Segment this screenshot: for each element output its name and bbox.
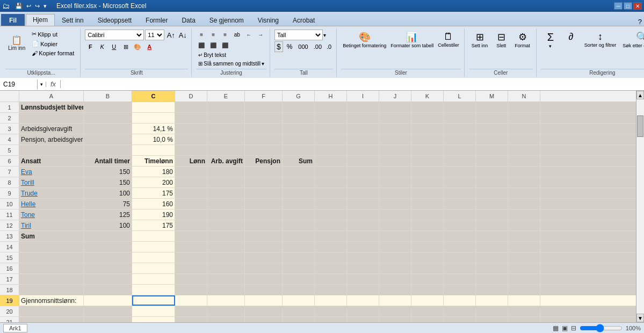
help-icon[interactable]: ?: [638, 18, 642, 26]
cell-ref-dropdown[interactable]: ▾: [38, 82, 46, 87]
cell-l9[interactable]: [444, 188, 476, 198]
cell-e6[interactable]: Arb. avgift: [207, 156, 245, 166]
cell-h5[interactable]: [315, 145, 347, 155]
cell-l12[interactable]: [444, 220, 476, 230]
view-page-break-btn[interactable]: ⊟: [571, 324, 576, 332]
cell-i5[interactable]: [347, 145, 379, 155]
cell-g8[interactable]: [283, 177, 315, 187]
sheet-tab[interactable]: Ark1: [3, 324, 27, 332]
cell-m4[interactable]: [476, 134, 508, 144]
cell-n4[interactable]: [508, 134, 540, 144]
cell-f15[interactable]: [245, 252, 283, 263]
cell-n12[interactable]: [508, 220, 540, 230]
cell-h14[interactable]: [315, 242, 347, 252]
cell-m2[interactable]: [476, 113, 508, 123]
cell-b2[interactable]: [84, 113, 132, 123]
tab-visning[interactable]: Visning: [251, 14, 286, 26]
col-header-l[interactable]: L: [444, 91, 476, 102]
underline-button[interactable]: U: [108, 41, 119, 52]
scroll-up-btn[interactable]: ▲: [636, 91, 644, 99]
cell-l20[interactable]: [444, 306, 476, 316]
cell-m6[interactable]: [476, 156, 508, 166]
cell-m19[interactable]: [476, 295, 508, 306]
cell-h8[interactable]: [315, 177, 347, 187]
cell-c3[interactable]: 14,1 %: [132, 124, 175, 134]
cell-b13[interactable]: [84, 231, 132, 241]
cell-f18[interactable]: [245, 285, 283, 295]
cell-c10[interactable]: 160: [132, 199, 175, 209]
cell-f16[interactable]: [245, 263, 283, 273]
cell-c13[interactable]: [132, 231, 175, 241]
cell-h15[interactable]: [315, 252, 347, 263]
cell-i1[interactable]: [347, 102, 379, 112]
cell-c11[interactable]: 190: [132, 209, 175, 220]
decrease-decimal-btn[interactable]: .0: [325, 42, 333, 51]
cell-j7[interactable]: [379, 166, 411, 177]
row-number[interactable]: 8: [0, 177, 19, 187]
cell-j12[interactable]: [379, 220, 411, 230]
cell-d5[interactable]: [175, 145, 207, 155]
cell-c20[interactable]: [132, 306, 175, 316]
col-header-b[interactable]: B: [84, 91, 132, 102]
maximize-button[interactable]: □: [624, 2, 632, 10]
cell-b9[interactable]: 100: [84, 188, 132, 198]
cell-e14[interactable]: [207, 242, 245, 252]
sort-filter-button[interactable]: ↕ Sorter og filtrer: [582, 30, 619, 49]
cell-a2[interactable]: [19, 113, 84, 123]
close-button[interactable]: ✕: [633, 2, 642, 10]
cell-n6[interactable]: [508, 156, 540, 166]
cell-a10[interactable]: Helle: [19, 199, 84, 209]
tab-sideoppsett[interactable]: Sideoppsett: [91, 14, 139, 26]
cell-h9[interactable]: [315, 188, 347, 198]
cell-l2[interactable]: [444, 113, 476, 123]
col-header-m[interactable]: M: [476, 91, 508, 102]
cell-i17[interactable]: [347, 274, 379, 284]
scroll-thumb[interactable]: [637, 115, 643, 137]
cell-m11[interactable]: [476, 209, 508, 220]
cell-c6[interactable]: Timelønn: [132, 156, 175, 166]
cell-a7[interactable]: Eva: [19, 166, 84, 177]
cell-c2[interactable]: [132, 113, 175, 123]
cell-m16[interactable]: [476, 263, 508, 273]
cell-n10[interactable]: [508, 199, 540, 209]
cell-j9[interactable]: [379, 188, 411, 198]
redo-quick-btn[interactable]: ↪: [34, 2, 41, 10]
top-right-align-btn[interactable]: ≡: [220, 30, 230, 39]
cell-c15[interactable]: [132, 252, 175, 263]
cell-c18[interactable]: [132, 285, 175, 295]
cell-f17[interactable]: [245, 274, 283, 284]
cell-k2[interactable]: [411, 113, 444, 123]
format-cells-button[interactable]: ⚙ Format: [512, 30, 533, 50]
cell-a21[interactable]: [19, 317, 84, 322]
cell-k5[interactable]: [411, 145, 444, 155]
cell-i18[interactable]: [347, 285, 379, 295]
col-header-c[interactable]: C: [132, 91, 175, 102]
col-header-h[interactable]: H: [315, 91, 347, 102]
cell-b20[interactable]: [84, 306, 132, 316]
wrap-text-button[interactable]: ↵ Bryt tekst: [196, 51, 266, 59]
cell-c1[interactable]: [132, 102, 175, 112]
cell-e2[interactable]: [207, 113, 245, 123]
cell-h19[interactable]: [315, 295, 347, 306]
cell-j13[interactable]: [379, 231, 411, 241]
cell-l8[interactable]: [444, 177, 476, 187]
cell-m3[interactable]: [476, 124, 508, 134]
cell-m13[interactable]: [476, 231, 508, 241]
cell-e19[interactable]: [207, 295, 245, 306]
cell-l11[interactable]: [444, 209, 476, 220]
row-number[interactable]: 4: [0, 134, 19, 144]
row-number[interactable]: 5: [0, 145, 19, 155]
cell-n20[interactable]: [508, 306, 540, 316]
row-number[interactable]: 3: [0, 124, 19, 134]
view-layout-btn[interactable]: ▣: [562, 324, 568, 332]
row-number[interactable]: 16: [0, 263, 19, 273]
cell-g11[interactable]: [283, 209, 315, 220]
cell-e1[interactable]: [207, 102, 245, 112]
cell-f7[interactable]: [245, 166, 283, 177]
cell-b19[interactable]: [84, 295, 132, 306]
cell-h10[interactable]: [315, 199, 347, 209]
format-as-table-button[interactable]: 📊 Formater som tabell: [389, 30, 435, 50]
cell-l18[interactable]: [444, 285, 476, 295]
cell-n8[interactable]: [508, 177, 540, 187]
cell-k8[interactable]: [411, 177, 444, 187]
